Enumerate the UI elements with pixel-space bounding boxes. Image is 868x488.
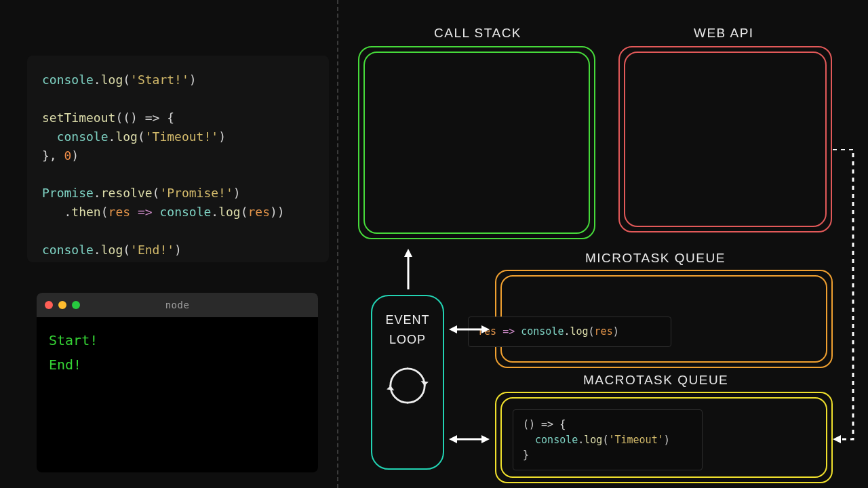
code-token: res [595, 325, 613, 338]
code-token: console [57, 129, 108, 144]
cycle-icon [384, 362, 431, 412]
code-token: } [523, 449, 529, 461]
svg-marker-1 [387, 386, 394, 390]
svg-marker-9 [481, 435, 490, 443]
event-loop-label: LOOP [389, 332, 426, 348]
code-token: log [115, 129, 138, 144]
terminal-line: Start! [49, 328, 306, 352]
svg-marker-5 [449, 325, 457, 333]
code-token: then [71, 205, 100, 219]
terminal-titlebar: node [37, 293, 318, 317]
event-loop-box: EVENT LOOP [371, 295, 444, 470]
vertical-divider [337, 0, 338, 488]
web-api-box [618, 46, 832, 232]
code-token: setTimeout [42, 110, 115, 125]
code-token: res [248, 205, 271, 219]
code-token: log [218, 205, 241, 219]
svg-marker-0 [421, 381, 429, 386]
code-token: log [584, 434, 602, 446]
double-arrow-icon [449, 324, 490, 335]
call-stack-label: CALL STACK [434, 26, 521, 41]
code-token: console [42, 243, 94, 257]
double-arrow-icon [449, 434, 490, 445]
terminal-window: node Start! End! [37, 293, 318, 472]
macrotask-queue-label: MACROTASK QUEUE [583, 373, 728, 388]
svg-marker-10 [833, 435, 841, 443]
code-token: log [570, 325, 588, 338]
event-loop-label: EVENT [385, 312, 429, 328]
code-token: console [159, 205, 211, 219]
code-token: console [42, 73, 94, 87]
code-token: () => { [523, 418, 566, 430]
code-token: console [535, 434, 578, 446]
dashed-connector [833, 149, 868, 450]
code-token: ) [71, 148, 79, 163]
arrow-up-icon [403, 249, 414, 289]
code-token: Promise [42, 186, 94, 200]
macrotask-item: () => { console.log('Timeout') } [513, 409, 703, 470]
code-token: resolve [101, 186, 153, 200]
web-api-label: WEB API [694, 26, 754, 41]
code-token: 'End!' [130, 243, 174, 257]
call-stack-box [358, 46, 595, 239]
code-token: console [521, 325, 564, 338]
microtask-item: res => console.log(res) [468, 317, 671, 347]
microtask-queue-label: MICROTASK QUEUE [585, 251, 726, 266]
code-token: 0 [64, 148, 72, 163]
event-loop-diagram: console.log('Start!') setTimeout(() => {… [0, 0, 868, 488]
code-token: => [502, 325, 515, 338]
code-token: log [101, 243, 123, 257]
code-token: 'Start!' [130, 73, 189, 87]
svg-marker-6 [481, 325, 490, 333]
terminal-title: node [37, 300, 318, 310]
code-token: 'Promise!' [159, 186, 233, 200]
code-token: => [138, 205, 153, 219]
code-token: res [108, 205, 131, 219]
code-token: 'Timeout' [608, 434, 663, 446]
svg-marker-3 [404, 249, 412, 257]
code-token: log [101, 73, 123, 87]
terminal-output: Start! End! [37, 317, 318, 388]
code-token: }, [42, 148, 64, 163]
code-token: () => { [123, 110, 174, 125]
source-code-panel: console.log('Start!') setTimeout(() => {… [27, 56, 329, 262]
terminal-line: End! [49, 352, 306, 377]
code-token: 'Timeout!' [145, 129, 218, 144]
svg-marker-8 [449, 435, 457, 443]
